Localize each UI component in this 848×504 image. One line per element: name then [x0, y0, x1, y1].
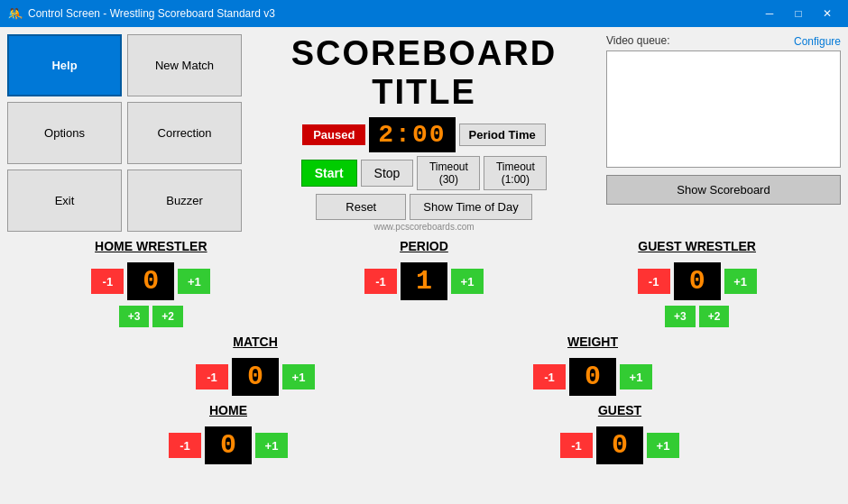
home-plus-button[interactable]: +1	[255, 433, 288, 458]
options-button[interactable]: Options	[7, 102, 122, 164]
period-section: PERIOD -1 1 +1	[364, 239, 484, 300]
window-controls: ─ □ ✕	[756, 4, 841, 23]
period-label: PERIOD	[400, 239, 448, 253]
section-row-3: HOME -1 0 +1 GUEST -1 0 +1	[14, 403, 834, 464]
weight-label: WEIGHT	[567, 334, 618, 349]
weight-digit: 0	[569, 358, 616, 396]
match-score-row: -1 0 +1	[196, 358, 315, 396]
guest-wrestler-section: GUEST WRESTLER -1 0 +1 +3 +2	[638, 239, 757, 327]
guest-score-row: -1 0 +1	[560, 426, 679, 464]
exit-button[interactable]: Exit	[7, 170, 122, 232]
home-wrestler-digit: 0	[127, 262, 174, 300]
period-time-badge: Period Time	[459, 124, 546, 146]
timeout-30-button[interactable]: Timeout (30)	[417, 156, 480, 190]
home-wrestler-extra-btns: +3 +2	[119, 306, 183, 327]
home-wrestler-section: HOME WRESTLER -1 0 +1 +3 +2	[91, 239, 210, 327]
timer-row: Paused 2:00 Period Time	[302, 117, 545, 152]
match-digit: 0	[232, 358, 279, 396]
show-scoreboard-button[interactable]: Show Scoreboard	[606, 175, 841, 205]
guest-minus-button[interactable]: -1	[560, 433, 593, 458]
guest-wrestler-digit: 0	[674, 262, 721, 300]
guest-wrestler-label: GUEST WRESTLER	[638, 239, 756, 253]
reset-button[interactable]: Reset	[316, 194, 406, 220]
app-icon: 🤼	[7, 6, 23, 21]
match-section: MATCH -1 0 +1	[196, 334, 315, 396]
show-time-of-day-button[interactable]: Show Time of Day	[410, 194, 532, 220]
new-match-button[interactable]: New Match	[127, 34, 242, 96]
weight-section: WEIGHT -1 0 +1	[533, 334, 652, 396]
match-plus-button[interactable]: +1	[282, 364, 315, 389]
action-row: Reset Show Time of Day	[316, 194, 532, 220]
weight-score-row: -1 0 +1	[533, 358, 652, 396]
guest-wrestler-plus-button[interactable]: +1	[724, 269, 757, 294]
paused-badge: Paused	[302, 124, 365, 145]
home-wrestler-minus-button[interactable]: -1	[91, 269, 124, 294]
close-button[interactable]: ✕	[814, 4, 841, 23]
guest-wrestler-plus3-button[interactable]: +3	[665, 306, 696, 327]
match-label: MATCH	[233, 334, 278, 349]
home-minus-button[interactable]: -1	[169, 433, 201, 458]
video-queue-box	[606, 50, 841, 168]
top-section: Help New Match Options Correction Exit B…	[7, 34, 841, 232]
stop-button[interactable]: Stop	[361, 160, 414, 187]
home-score-row: -1 0 +1	[169, 426, 288, 464]
home-label: HOME	[209, 403, 247, 417]
period-minus-button[interactable]: -1	[364, 269, 397, 294]
start-button[interactable]: Start	[301, 160, 357, 187]
match-minus-button[interactable]: -1	[196, 364, 228, 389]
weight-plus-button[interactable]: +1	[620, 364, 652, 389]
maximize-button[interactable]: □	[785, 4, 812, 23]
website-text: www.pcscoreboards.com	[373, 222, 474, 232]
title-bar: 🤼 Control Screen - Wrestling Scoreboard …	[0, 0, 848, 27]
right-section: Video queue: Configure Show Scoreboard	[606, 34, 841, 232]
section-row-2: MATCH -1 0 +1 WEIGHT -1 0 +1	[14, 334, 834, 396]
home-wrestler-plus-button[interactable]: +1	[178, 269, 210, 294]
correction-button[interactable]: Correction	[127, 102, 242, 164]
guest-wrestler-minus-button[interactable]: -1	[638, 269, 670, 294]
main-content: Help New Match Options Correction Exit B…	[0, 27, 848, 504]
scoreboard-title: SCOREBOARD TITLE	[249, 34, 599, 112]
window-title: Control Screen - Wrestling Scoreboard St…	[28, 7, 275, 20]
center-section: SCOREBOARD TITLE Paused 2:00 Period Time…	[249, 34, 599, 232]
section-row-1: HOME WRESTLER -1 0 +1 +3 +2 PERIOD -1 1 …	[14, 239, 834, 327]
guest-wrestler-score-row: -1 0 +1	[638, 262, 757, 300]
guest-digit: 0	[596, 426, 643, 464]
period-score-row: -1 1 +1	[364, 262, 484, 300]
home-wrestler-score-row: -1 0 +1	[91, 262, 210, 300]
control-row: Start Stop Timeout (30) Timeout (1:00)	[301, 156, 548, 190]
timeout-100-button[interactable]: Timeout (1:00)	[484, 156, 547, 190]
home-wrestler-label: HOME WRESTLER	[95, 239, 207, 253]
home-wrestler-plus3-button[interactable]: +3	[119, 306, 150, 327]
weight-minus-button[interactable]: -1	[533, 364, 566, 389]
buzzer-button[interactable]: Buzzer	[127, 170, 242, 232]
minimize-button[interactable]: ─	[756, 4, 783, 23]
scoreboard-sections: HOME WRESTLER -1 0 +1 +3 +2 PERIOD -1 1 …	[7, 239, 841, 464]
home-section: HOME -1 0 +1	[169, 403, 288, 464]
configure-link[interactable]: Configure	[794, 35, 841, 48]
home-wrestler-plus2-button[interactable]: +2	[152, 306, 183, 327]
guest-label: GUEST	[598, 403, 641, 417]
time-display: 2:00	[369, 117, 455, 152]
guest-plus-button[interactable]: +1	[647, 433, 679, 458]
guest-wrestler-plus2-button[interactable]: +2	[699, 306, 730, 327]
period-digit: 1	[401, 262, 447, 300]
help-button[interactable]: Help	[7, 34, 122, 96]
period-plus-button[interactable]: +1	[451, 269, 484, 294]
guest-wrestler-extra-btns: +3 +2	[665, 306, 729, 327]
left-buttons: Help New Match Options Correction Exit B…	[7, 34, 242, 232]
guest-section: GUEST -1 0 +1	[560, 403, 679, 464]
video-queue-label: Video queue:	[606, 34, 670, 47]
home-digit: 0	[205, 426, 252, 464]
